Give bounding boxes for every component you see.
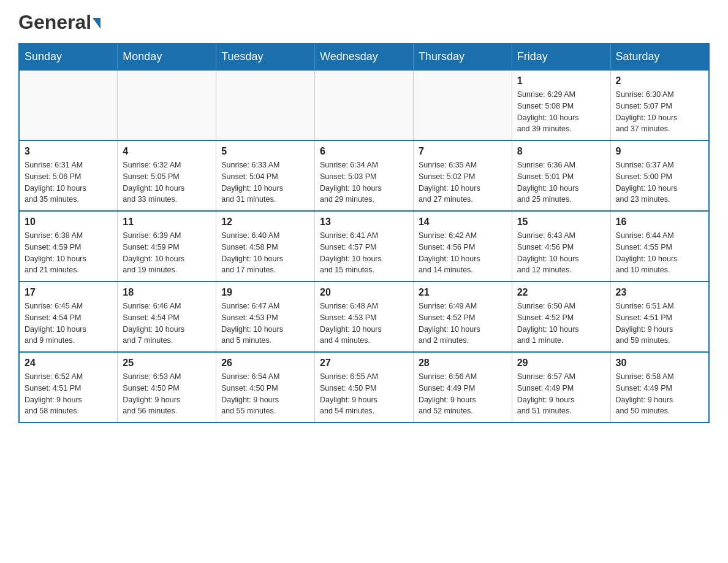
calendar-cell: 4Sunrise: 6:32 AM Sunset: 5:05 PM Daylig… <box>118 140 216 211</box>
day-number: 22 <box>517 287 605 298</box>
day-info: Sunrise: 6:58 AM Sunset: 4:49 PM Dayligh… <box>616 371 703 417</box>
day-number: 8 <box>517 146 605 157</box>
day-number: 13 <box>320 216 408 228</box>
day-number: 15 <box>517 216 605 228</box>
day-number: 14 <box>419 216 507 228</box>
day-info: Sunrise: 6:34 AM Sunset: 5:03 PM Dayligh… <box>320 159 408 205</box>
day-info: Sunrise: 6:43 AM Sunset: 4:56 PM Dayligh… <box>517 230 605 276</box>
logo-general: General <box>18 12 91 32</box>
header-day-sunday: Sunday <box>19 44 118 70</box>
day-number: 26 <box>221 358 309 369</box>
logo-triangle-icon <box>93 18 100 29</box>
logo: General <box>18 12 100 31</box>
day-number: 23 <box>616 287 703 298</box>
day-info: Sunrise: 6:57 AM Sunset: 4:49 PM Dayligh… <box>517 371 605 417</box>
calendar-cell: 16Sunrise: 6:44 AM Sunset: 4:55 PM Dayli… <box>610 211 709 282</box>
day-info: Sunrise: 6:41 AM Sunset: 4:57 PM Dayligh… <box>320 230 408 276</box>
day-info: Sunrise: 6:35 AM Sunset: 5:02 PM Dayligh… <box>419 159 507 205</box>
day-number: 9 <box>616 146 703 157</box>
calendar-week-4: 17Sunrise: 6:45 AM Sunset: 4:54 PM Dayli… <box>19 282 709 352</box>
day-info: Sunrise: 6:45 AM Sunset: 4:54 PM Dayligh… <box>25 301 112 347</box>
day-info: Sunrise: 6:40 AM Sunset: 4:58 PM Dayligh… <box>221 230 309 276</box>
header-day-tuesday: Tuesday <box>216 44 315 70</box>
calendar-cell: 29Sunrise: 6:57 AM Sunset: 4:49 PM Dayli… <box>512 352 610 423</box>
day-info: Sunrise: 6:38 AM Sunset: 4:59 PM Dayligh… <box>25 230 112 276</box>
calendar-cell: 24Sunrise: 6:52 AM Sunset: 4:51 PM Dayli… <box>19 352 118 423</box>
calendar-cell <box>413 70 512 140</box>
calendar-cell: 6Sunrise: 6:34 AM Sunset: 5:03 PM Daylig… <box>315 140 414 211</box>
calendar-cell: 9Sunrise: 6:37 AM Sunset: 5:00 PM Daylig… <box>610 140 709 211</box>
day-number: 7 <box>419 146 507 157</box>
calendar-cell: 13Sunrise: 6:41 AM Sunset: 4:57 PM Dayli… <box>315 211 414 282</box>
day-number: 29 <box>517 358 605 369</box>
day-number: 16 <box>616 216 703 228</box>
day-info: Sunrise: 6:37 AM Sunset: 5:00 PM Dayligh… <box>616 159 703 205</box>
day-info: Sunrise: 6:44 AM Sunset: 4:55 PM Dayligh… <box>616 230 703 276</box>
calendar-cell <box>19 70 118 140</box>
day-info: Sunrise: 6:36 AM Sunset: 5:01 PM Dayligh… <box>517 159 605 205</box>
calendar-cell: 15Sunrise: 6:43 AM Sunset: 4:56 PM Dayli… <box>512 211 610 282</box>
day-info: Sunrise: 6:53 AM Sunset: 4:50 PM Dayligh… <box>123 371 211 417</box>
day-number: 24 <box>25 358 112 369</box>
day-number: 4 <box>123 146 211 157</box>
calendar-cell: 18Sunrise: 6:46 AM Sunset: 4:54 PM Dayli… <box>118 282 216 352</box>
day-number: 19 <box>221 287 309 298</box>
day-info: Sunrise: 6:56 AM Sunset: 4:49 PM Dayligh… <box>419 371 507 417</box>
day-info: Sunrise: 6:55 AM Sunset: 4:50 PM Dayligh… <box>320 371 408 417</box>
day-info: Sunrise: 6:47 AM Sunset: 4:53 PM Dayligh… <box>221 301 309 347</box>
day-info: Sunrise: 6:33 AM Sunset: 5:04 PM Dayligh… <box>221 159 309 205</box>
calendar-week-5: 24Sunrise: 6:52 AM Sunset: 4:51 PM Dayli… <box>19 352 709 423</box>
calendar-cell: 22Sunrise: 6:50 AM Sunset: 4:52 PM Dayli… <box>512 282 610 352</box>
day-number: 11 <box>123 216 211 228</box>
day-info: Sunrise: 6:50 AM Sunset: 4:52 PM Dayligh… <box>517 301 605 347</box>
calendar-cell: 12Sunrise: 6:40 AM Sunset: 4:58 PM Dayli… <box>216 211 315 282</box>
calendar-cell: 14Sunrise: 6:42 AM Sunset: 4:56 PM Dayli… <box>413 211 512 282</box>
calendar-cell: 10Sunrise: 6:38 AM Sunset: 4:59 PM Dayli… <box>19 211 118 282</box>
calendar-header-row: SundayMondayTuesdayWednesdayThursdayFrid… <box>19 44 709 70</box>
header-day-thursday: Thursday <box>413 44 512 70</box>
day-info: Sunrise: 6:31 AM Sunset: 5:06 PM Dayligh… <box>25 159 112 205</box>
day-info: Sunrise: 6:52 AM Sunset: 4:51 PM Dayligh… <box>25 371 112 417</box>
day-number: 1 <box>517 75 605 86</box>
page-header: General <box>18 12 710 31</box>
calendar-table: SundayMondayTuesdayWednesdayThursdayFrid… <box>18 43 710 423</box>
day-info: Sunrise: 6:32 AM Sunset: 5:05 PM Dayligh… <box>123 159 211 205</box>
day-info: Sunrise: 6:54 AM Sunset: 4:50 PM Dayligh… <box>221 371 309 417</box>
day-number: 20 <box>320 287 408 298</box>
calendar-week-2: 3Sunrise: 6:31 AM Sunset: 5:06 PM Daylig… <box>19 140 709 211</box>
day-number: 27 <box>320 358 408 369</box>
header-day-wednesday: Wednesday <box>315 44 414 70</box>
calendar-cell <box>118 70 216 140</box>
calendar-cell: 19Sunrise: 6:47 AM Sunset: 4:53 PM Dayli… <box>216 282 315 352</box>
calendar-week-3: 10Sunrise: 6:38 AM Sunset: 4:59 PM Dayli… <box>19 211 709 282</box>
calendar-cell: 28Sunrise: 6:56 AM Sunset: 4:49 PM Dayli… <box>413 352 512 423</box>
calendar-cell: 2Sunrise: 6:30 AM Sunset: 5:07 PM Daylig… <box>610 70 709 140</box>
calendar-cell: 17Sunrise: 6:45 AM Sunset: 4:54 PM Dayli… <box>19 282 118 352</box>
day-number: 28 <box>419 358 507 369</box>
calendar-week-1: 1Sunrise: 6:29 AM Sunset: 5:08 PM Daylig… <box>19 70 709 140</box>
day-number: 30 <box>616 358 703 369</box>
calendar-cell: 23Sunrise: 6:51 AM Sunset: 4:51 PM Dayli… <box>610 282 709 352</box>
day-number: 3 <box>25 146 112 157</box>
calendar-cell <box>315 70 414 140</box>
day-number: 21 <box>419 287 507 298</box>
calendar-cell: 27Sunrise: 6:55 AM Sunset: 4:50 PM Dayli… <box>315 352 414 423</box>
calendar-cell: 26Sunrise: 6:54 AM Sunset: 4:50 PM Dayli… <box>216 352 315 423</box>
calendar-cell: 25Sunrise: 6:53 AM Sunset: 4:50 PM Dayli… <box>118 352 216 423</box>
calendar-cell: 7Sunrise: 6:35 AM Sunset: 5:02 PM Daylig… <box>413 140 512 211</box>
day-number: 17 <box>25 287 112 298</box>
day-number: 25 <box>123 358 211 369</box>
day-number: 10 <box>25 216 112 228</box>
calendar-cell: 30Sunrise: 6:58 AM Sunset: 4:49 PM Dayli… <box>610 352 709 423</box>
day-info: Sunrise: 6:46 AM Sunset: 4:54 PM Dayligh… <box>123 301 211 347</box>
header-day-saturday: Saturday <box>610 44 709 70</box>
day-info: Sunrise: 6:42 AM Sunset: 4:56 PM Dayligh… <box>419 230 507 276</box>
day-info: Sunrise: 6:49 AM Sunset: 4:52 PM Dayligh… <box>419 301 507 347</box>
day-number: 5 <box>221 146 309 157</box>
day-number: 18 <box>123 287 211 298</box>
day-info: Sunrise: 6:48 AM Sunset: 4:53 PM Dayligh… <box>320 301 408 347</box>
calendar-cell: 3Sunrise: 6:31 AM Sunset: 5:06 PM Daylig… <box>19 140 118 211</box>
calendar-cell: 1Sunrise: 6:29 AM Sunset: 5:08 PM Daylig… <box>512 70 610 140</box>
day-info: Sunrise: 6:39 AM Sunset: 4:59 PM Dayligh… <box>123 230 211 276</box>
day-number: 2 <box>616 75 703 86</box>
